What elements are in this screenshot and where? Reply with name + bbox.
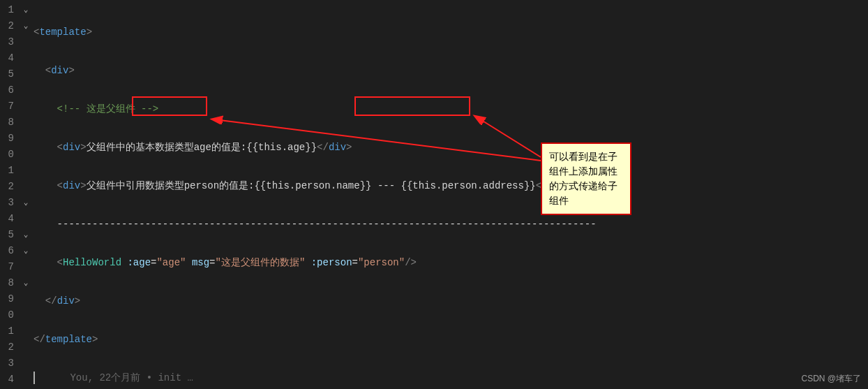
code-line[interactable]: You, 22个月前 • init … [32, 370, 868, 386]
codelens[interactable]: You, 22个月前 • init … [70, 372, 193, 383]
code-line[interactable]: <template> [32, 24, 868, 41]
code-line[interactable]: <HelloWorld :age="age" msg="这是父组件的数据" :p… [32, 255, 868, 271]
fold-icon[interactable]: ⌄ [20, 2, 32, 18]
code-area[interactable]: <template> <div> <!-- 这是父组件 --> <div>父组件… [32, 0, 868, 389]
code-line[interactable]: </div> [32, 293, 868, 309]
line-gutter: 1 2 3 4 5 6 7 8 9 0 1 2 3 4 5 6 7 8 9 0 … [0, 0, 20, 389]
fold-icon[interactable]: ⌄ [20, 227, 32, 243]
code-line[interactable]: <!-- 这是父组件 --> [32, 101, 868, 117]
code-line[interactable]: <div>父组件中的基本数据类型age的值是:{{this.age}}</div… [32, 140, 868, 156]
cursor-icon [33, 372, 35, 384]
code-line[interactable]: </template> [32, 332, 868, 348]
code-line[interactable]: ----------------------------------------… [32, 216, 868, 233]
code-line[interactable]: <div>父组件中引用数据类型person的值是:{{this.person.n… [32, 178, 868, 194]
fold-icon[interactable]: ⌄ [20, 275, 32, 291]
code-editor[interactable]: 1 2 3 4 5 6 7 8 9 0 1 2 3 4 5 6 7 8 9 0 … [0, 0, 868, 389]
fold-icon[interactable]: ⌄ [20, 18, 32, 34]
fold-icon[interactable]: ⌄ [20, 243, 32, 259]
annotation-callout: 可以看到是在子 组件上添加属性 的方式传递给子 组件 [541, 142, 631, 215]
watermark: CSDN @堵车了 [801, 373, 861, 385]
fold-column: ⌄ ⌄ ⌄ ⌄ ⌄ ⌄ [20, 0, 32, 389]
fold-icon[interactable]: ⌄ [20, 195, 32, 211]
code-line[interactable]: <div> [32, 63, 868, 79]
